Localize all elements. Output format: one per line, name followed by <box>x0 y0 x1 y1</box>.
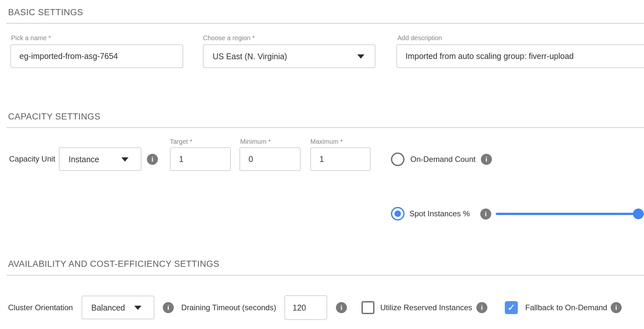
chevron-down-icon <box>121 157 128 162</box>
basic-settings-divider <box>6 23 644 24</box>
target-input[interactable] <box>170 147 231 171</box>
capacity-settings-divider <box>6 127 644 128</box>
target-field-label: Target * <box>170 137 192 146</box>
chevron-down-icon <box>134 306 141 310</box>
draining-timeout-input[interactable] <box>284 295 327 320</box>
chevron-down-icon <box>357 54 364 59</box>
draining-timeout-label: Draining Timeout (seconds) <box>181 303 276 312</box>
spot-percentage-slider-track[interactable] <box>496 213 644 215</box>
utilize-reserved-instances-info-icon[interactable]: i <box>476 302 487 313</box>
on-demand-count-info-icon[interactable]: i <box>481 154 492 165</box>
availability-settings-title: AVAILABILITY AND COST-EFFICIENCY SETTING… <box>8 259 219 269</box>
maximum-field-label: Maximum * <box>310 137 343 146</box>
capacity-unit-select[interactable]: Instance <box>59 147 141 171</box>
cluster-orientation-label: Cluster Orientation <box>8 303 73 312</box>
cluster-orientation-select-value: Balanced <box>91 303 125 312</box>
spot-instances-label: Spot Instances % <box>409 209 470 218</box>
fallback-on-demand-checkbox[interactable]: ✓ <box>505 301 518 314</box>
minimum-input[interactable] <box>239 147 301 171</box>
region-select[interactable]: US East (N. Virginia) <box>203 44 375 68</box>
elastigroup-creation-form: BASIC SETTINGS Pick a name * Choose a re… <box>0 0 644 329</box>
utilize-reserved-instances-label: Utilize Reserved Instances <box>380 303 472 312</box>
region-select-label: Choose a region * <box>203 34 255 42</box>
region-select-value: US East (N. Virginia) <box>213 51 287 61</box>
description-input[interactable] <box>396 44 644 68</box>
fallback-on-demand-info-icon[interactable]: i <box>611 302 622 313</box>
spot-instances-info-icon[interactable]: i <box>480 209 491 220</box>
capacity-settings-title: CAPACITY SETTINGS <box>8 111 100 122</box>
radio-dot <box>394 210 401 217</box>
fallback-on-demand-label: Fallback to On-Demand <box>525 303 607 312</box>
capacity-unit-select-value: Instance <box>69 154 99 164</box>
spot-percentage-slider-thumb[interactable] <box>633 209 644 219</box>
on-demand-count-radio[interactable] <box>391 153 405 166</box>
capacity-unit-label: Capacity Unit <box>9 154 55 164</box>
basic-settings-title: BASIC SETTINGS <box>8 7 83 17</box>
minimum-field-label: Minimum * <box>240 137 271 146</box>
name-field-label: Pick a name * <box>11 34 51 42</box>
cluster-orientation-select[interactable]: Balanced <box>82 296 154 319</box>
utilize-reserved-instances-checkbox[interactable] <box>361 301 374 314</box>
cluster-orientation-info-icon[interactable]: i <box>163 302 174 313</box>
description-field-label: Add description <box>397 34 442 42</box>
availability-settings-divider <box>6 275 644 276</box>
name-input[interactable] <box>10 44 183 68</box>
spot-instances-radio[interactable] <box>391 207 405 221</box>
maximum-input[interactable] <box>310 147 371 171</box>
capacity-unit-info-icon[interactable]: i <box>147 154 158 165</box>
on-demand-count-label: On-Demand Count <box>410 155 475 164</box>
draining-timeout-info-icon[interactable]: i <box>336 302 347 313</box>
